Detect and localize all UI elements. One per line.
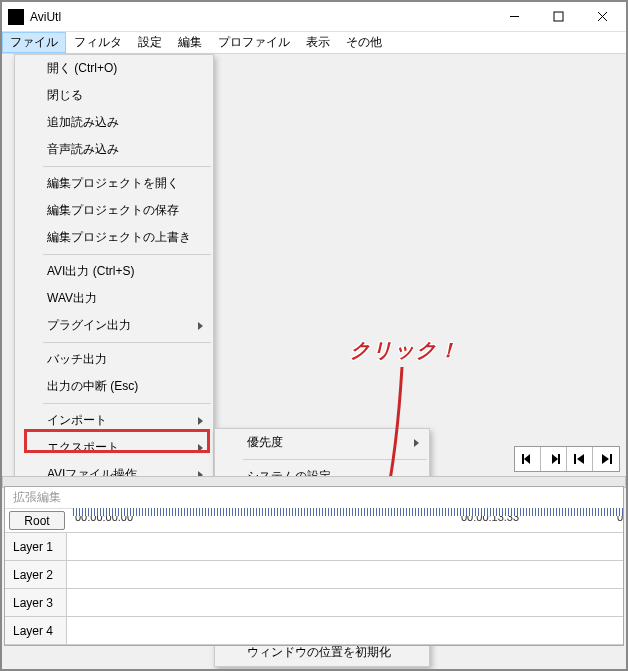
layers-area: Layer 1Layer 2Layer 3Layer 4 xyxy=(5,533,623,645)
annotation-click: クリック！ xyxy=(350,337,460,364)
file-menu-item[interactable]: 開く (Ctrl+O) xyxy=(15,55,213,82)
menu-separator xyxy=(43,254,211,255)
layer-track[interactable] xyxy=(67,617,623,644)
menu-separator xyxy=(243,459,427,460)
menubar-item-5[interactable]: 表示 xyxy=(298,32,338,53)
svg-rect-5 xyxy=(558,454,560,464)
menu-bar: ファイルフィルタ設定編集プロファイル表示その他 xyxy=(2,32,626,54)
file-menu-item[interactable]: 編集プロジェクトの上書き xyxy=(15,224,213,251)
app-title: AviUtl xyxy=(30,10,492,24)
file-menu-item[interactable]: 追加読み込み xyxy=(15,109,213,136)
layer-row: Layer 3 xyxy=(5,589,623,617)
file-menu-item[interactable]: バッチ出力 xyxy=(15,346,213,373)
extended-editor-window: 拡張編集 Root 00:00:00.0000:00:13.3300:00:16… xyxy=(4,486,624,646)
close-button[interactable] xyxy=(580,3,624,31)
menu-separator xyxy=(43,166,211,167)
title-bar: AviUtl xyxy=(2,2,626,32)
file-menu-item[interactable]: 出力の中断 (Esc) xyxy=(15,373,213,400)
svg-rect-6 xyxy=(574,454,576,464)
layer-row: Layer 2 xyxy=(5,561,623,589)
file-menu-item[interactable]: インポート xyxy=(15,407,213,434)
file-menu-item[interactable]: プラグイン出力 xyxy=(15,312,213,339)
prev-frame-button[interactable] xyxy=(515,447,541,471)
file-menu-item[interactable]: 編集プロジェクトの保存 xyxy=(15,197,213,224)
menubar-item-2[interactable]: 設定 xyxy=(130,32,170,53)
svg-rect-7 xyxy=(610,454,612,464)
menu-separator xyxy=(43,403,211,404)
transport-controls xyxy=(514,446,620,472)
maximize-button[interactable] xyxy=(536,3,580,31)
extended-editor-title: 拡張編集 xyxy=(5,487,623,509)
layer-row: Layer 4 xyxy=(5,617,623,645)
menubar-item-3[interactable]: 編集 xyxy=(170,32,210,53)
timeline-ticks xyxy=(73,508,623,516)
menubar-item-1[interactable]: フィルタ xyxy=(66,32,130,53)
menubar-item-6[interactable]: その他 xyxy=(338,32,390,53)
menu-separator xyxy=(43,342,211,343)
file-menu-item[interactable]: WAV出力 xyxy=(15,285,213,312)
file-menu-item[interactable]: 音声読み込み xyxy=(15,136,213,163)
app-icon xyxy=(8,9,24,25)
env-submenu-item[interactable]: 優先度 xyxy=(215,429,429,456)
layer-track[interactable] xyxy=(67,561,623,588)
file-menu-item[interactable]: AVI出力 (Ctrl+S) xyxy=(15,258,213,285)
layer-label[interactable]: Layer 4 xyxy=(5,617,67,644)
layer-label[interactable]: Layer 3 xyxy=(5,589,67,616)
go-start-button[interactable] xyxy=(567,447,593,471)
svg-rect-1 xyxy=(554,12,563,21)
file-menu-item[interactable]: 閉じる xyxy=(15,82,213,109)
minimize-button[interactable] xyxy=(492,3,536,31)
menubar-item-0[interactable]: ファイル xyxy=(2,32,66,53)
next-frame-button[interactable] xyxy=(541,447,567,471)
menubar-item-4[interactable]: プロファイル xyxy=(210,32,298,53)
layer-track[interactable] xyxy=(67,589,623,616)
file-menu-item[interactable]: エクスポート xyxy=(15,434,213,461)
go-end-button[interactable] xyxy=(593,447,619,471)
layer-label[interactable]: Layer 2 xyxy=(5,561,67,588)
layer-label[interactable]: Layer 1 xyxy=(5,533,67,560)
root-button[interactable]: Root xyxy=(9,511,65,530)
svg-rect-4 xyxy=(522,454,524,464)
file-menu-item[interactable]: 編集プロジェクトを開く xyxy=(15,170,213,197)
layer-track[interactable] xyxy=(67,533,623,560)
layer-row: Layer 1 xyxy=(5,533,623,561)
